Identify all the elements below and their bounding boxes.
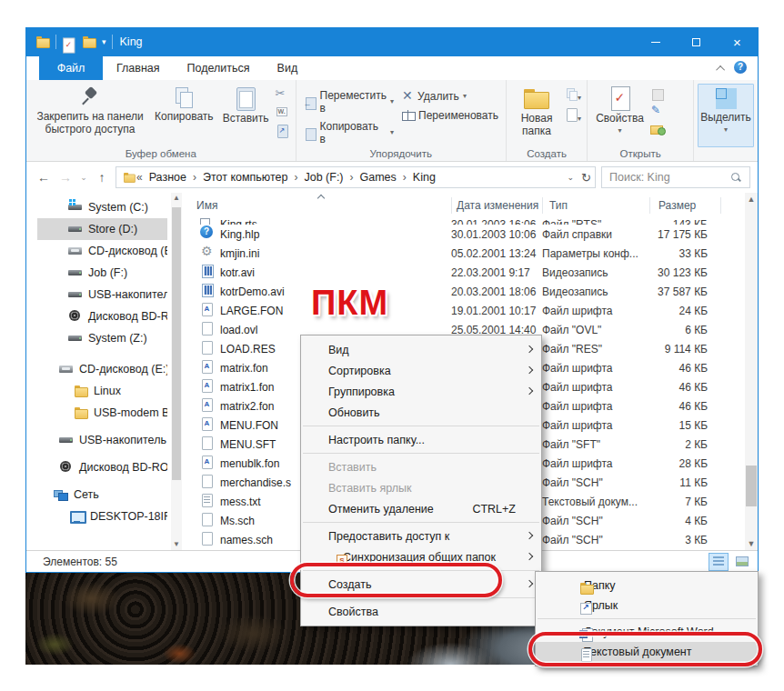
- sidebar-item[interactable]: USB-накопитель (H: [37, 429, 167, 451]
- context-menu-item-customize-folder[interactable]: Настроить папку...: [301, 429, 541, 450]
- file-icon-cell: [200, 225, 220, 243]
- context-menu-item-give-access[interactable]: Предоставить доступ к: [301, 526, 541, 546]
- submenu-item-folder[interactable]: Папку: [536, 576, 758, 596]
- file-row[interactable]: kotrDemo.avi20.03.2001 18:06Видеозапись3…: [182, 282, 758, 301]
- sidebar-item-label: USB-накопитель (: [88, 288, 167, 301]
- help-icon[interactable]: [734, 61, 749, 75]
- close-button[interactable]: ×: [717, 27, 758, 56]
- breadcrumb-item[interactable]: Этот компьютер: [203, 171, 287, 184]
- sidebar-item[interactable]: DESKTOP-18IF12O: [37, 506, 167, 527]
- recent-locations-icon[interactable]: ⌄: [79, 173, 88, 182]
- column-header-name[interactable]: Имя: [196, 199, 451, 212]
- copy-path-icon[interactable]: [276, 105, 290, 120]
- rename-button[interactable]: Переименовать: [401, 108, 498, 122]
- context-menu-item-group[interactable]: Группировка: [301, 381, 541, 402]
- address-box[interactable]: «Разное›Этот компьютер›Job (F:)›Games›Ki…: [116, 166, 596, 188]
- file-row[interactable]: LARGE.FON19.01.2001 10:17Файл шрифта24 К…: [182, 301, 758, 320]
- sidebar-item[interactable]: USB-modem Beeli: [37, 402, 167, 424]
- scroll-up-icon[interactable]: ▲: [171, 193, 182, 204]
- refresh-icon[interactable]: ↻: [581, 171, 591, 185]
- easy-access-button[interactable]: ▾: [565, 87, 581, 104]
- delete-button[interactable]: Удалить ▾: [401, 89, 498, 103]
- breadcrumb-item[interactable]: King: [413, 171, 436, 184]
- context-menu-item-refresh[interactable]: Обновить: [301, 402, 541, 423]
- submenu-item-shortcut[interactable]: Ярлык: [536, 596, 758, 616]
- file-list-scrollbar[interactable]: ▲ ▼: [745, 193, 758, 550]
- collapse-ribbon-icon[interactable]: [716, 65, 725, 74]
- sidebar-item[interactable]: Сеть: [37, 484, 167, 506]
- submenu-arrow-icon: [526, 580, 533, 587]
- pin-to-quick-access-button[interactable]: Закрепить на панели быстрого доступа: [30, 84, 150, 138]
- minimize-button[interactable]: [635, 27, 676, 56]
- copy-to-button[interactable]: Копировать в ▾: [304, 120, 395, 145]
- tab-view[interactable]: Вид: [264, 56, 312, 80]
- drive-icon: [68, 222, 83, 236]
- tab-home[interactable]: Главная: [103, 56, 174, 80]
- tab-share[interactable]: Поделиться: [174, 56, 264, 80]
- new-folder-button[interactable]: Новая папка: [510, 84, 563, 140]
- sidebar-item[interactable]: CD-дисковод (E:) B: [37, 240, 167, 262]
- breadcrumb-item[interactable]: Разное: [149, 171, 186, 184]
- select-button[interactable]: Выделить ▾: [698, 84, 754, 147]
- column-separator[interactable]: [451, 197, 452, 214]
- cut-icon[interactable]: [276, 87, 290, 102]
- sidebar-item[interactable]: USB-накопитель (: [37, 284, 167, 305]
- tab-file[interactable]: Файл: [39, 56, 103, 80]
- history-icon[interactable]: [650, 122, 665, 135]
- paste-shortcut-icon[interactable]: [276, 124, 290, 138]
- file-row[interactable]: kmjin.ini05.02.2001 13:24Параметры конф.…: [182, 244, 758, 263]
- item-checkbox[interactable]: [200, 218, 210, 225]
- new-item-button[interactable]: ▾: [565, 107, 581, 125]
- column-separator[interactable]: [720, 197, 721, 214]
- sidebar-item[interactable]: Дисковод BD-ROM: [37, 456, 167, 478]
- paste-button[interactable]: Вставить: [218, 84, 274, 127]
- menu-item-label: Отменить удаление: [328, 503, 434, 516]
- breadcrumb-item[interactable]: Job (F:): [304, 171, 343, 184]
- sidebar-scroll-thumb[interactable]: [172, 207, 181, 480]
- qat-dropdown-icon[interactable]: ▾: [102, 38, 106, 46]
- maximize-button[interactable]: [676, 27, 717, 56]
- column-header-date[interactable]: Дата изменения: [451, 199, 542, 212]
- scroll-up-icon[interactable]: ▲: [745, 193, 758, 205]
- gear-file-icon: [200, 245, 215, 259]
- search-box[interactable]: Поиск: King: [601, 166, 750, 188]
- sidebar-item[interactable]: System (Z:): [37, 327, 167, 349]
- breadcrumb-item[interactable]: Games: [360, 171, 397, 184]
- file-row[interactable]: King.hlp30.01.2003 10:06Файл справки17 1…: [182, 225, 758, 244]
- sidebar-item[interactable]: Linux: [37, 380, 167, 402]
- details-view-button[interactable]: [709, 553, 729, 571]
- file-type: Файл "OVL": [542, 324, 649, 336]
- sidebar-item[interactable]: Job (F:): [37, 262, 167, 284]
- up-button[interactable]: ↑: [94, 170, 110, 185]
- copy-button[interactable]: Копировать: [150, 84, 218, 125]
- sidebar-item[interactable]: Дисковод BD-ROM: [37, 305, 167, 327]
- file-row[interactable]: King.rts30.01.2003 16:06Файл "RTS"143 КБ: [182, 218, 758, 225]
- properties-button[interactable]: Свойства ▾: [591, 84, 648, 136]
- move-to-button[interactable]: Переместить в ▾: [304, 89, 395, 115]
- new-folder-qat-icon[interactable]: [82, 35, 96, 49]
- open-with-icon[interactable]: [650, 87, 664, 101]
- thumbnails-view-button[interactable]: [732, 553, 752, 571]
- sidebar-item[interactable]: CD-дисковод (E:) Be: [37, 358, 167, 380]
- sidebar-item[interactable]: System (C:): [37, 196, 167, 218]
- column-separator[interactable]: [542, 197, 543, 214]
- context-menu-item-sort[interactable]: Сортировка: [301, 360, 541, 381]
- context-menu-item-undo-delete[interactable]: Отменить удалениеCTRL+Z: [301, 498, 541, 519]
- scroll-down-icon[interactable]: ▼: [745, 537, 758, 550]
- sidebar-scrollbar[interactable]: ▲ ▼: [171, 193, 182, 550]
- context-menu-item-view[interactable]: Вид: [301, 339, 541, 360]
- back-button[interactable]: ←: [35, 170, 52, 185]
- red-oval-textdoc-annotation: [528, 632, 762, 666]
- sidebar-item[interactable]: Store (D:): [37, 218, 167, 240]
- edit-icon[interactable]: [650, 105, 664, 118]
- file-row[interactable]: kotr.avi22.03.2001 9:17Видеозапись30 123…: [182, 263, 758, 282]
- properties-check-icon[interactable]: [62, 37, 71, 46]
- scroll-down-icon[interactable]: ▼: [171, 539, 182, 550]
- column-header-type[interactable]: Тип: [542, 199, 649, 212]
- address-dropdown-icon[interactable]: ⌄: [568, 173, 575, 182]
- column-separator[interactable]: [649, 197, 650, 214]
- column-header-size[interactable]: Размер: [649, 199, 720, 212]
- forward-button[interactable]: →: [57, 170, 74, 185]
- file-scroll-thumb[interactable]: [746, 466, 757, 506]
- context-menu-item-properties[interactable]: Свойства: [301, 601, 541, 622]
